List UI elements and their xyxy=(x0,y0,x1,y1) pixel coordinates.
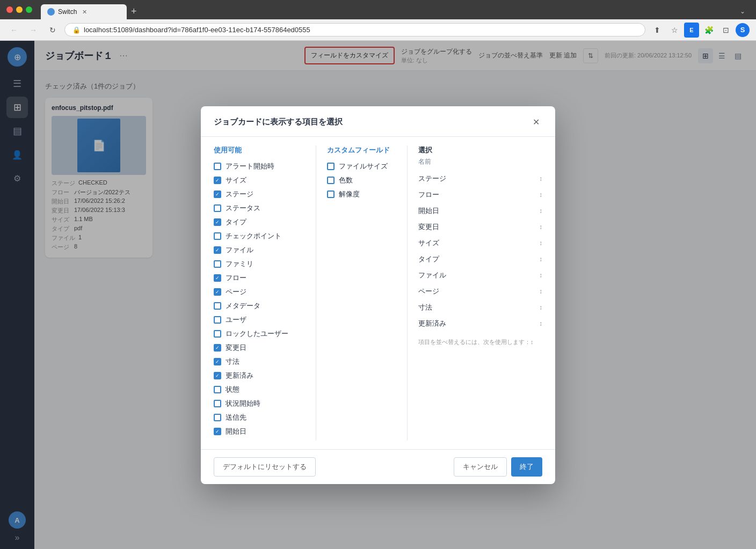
browser-actions: ⬆ ☆ E 🧩 ⊡ S xyxy=(650,23,750,38)
available-item[interactable]: アラート開始時 xyxy=(214,162,307,171)
checkbox[interactable]: ✓ xyxy=(214,288,221,296)
sort-icon[interactable]: ↕ xyxy=(539,175,542,182)
custom-item[interactable]: ファイルサイズ xyxy=(327,162,398,171)
sort-icon[interactable]: ↕ xyxy=(539,239,542,247)
checkbox[interactable] xyxy=(214,163,221,170)
reload-button[interactable]: ↻ xyxy=(45,23,60,38)
checkbox[interactable]: ✓ xyxy=(214,372,221,379)
checkbox[interactable]: ✓ xyxy=(214,177,221,184)
available-item[interactable]: ロックしたユーザー xyxy=(214,329,307,339)
available-item[interactable]: ✓タイプ xyxy=(214,217,307,227)
checkbox[interactable] xyxy=(327,163,335,170)
traffic-light-yellow[interactable] xyxy=(16,6,23,13)
available-item[interactable]: 状況開始時 xyxy=(214,399,307,408)
checkbox[interactable]: ✓ xyxy=(214,191,221,198)
back-button[interactable]: ← xyxy=(6,23,21,38)
browser-chrome: Switch ✕ + ⌄ xyxy=(0,0,756,19)
available-item[interactable]: ファミリ xyxy=(214,259,307,269)
traffic-light-red[interactable] xyxy=(6,6,13,13)
extension3-button[interactable]: ⊡ xyxy=(718,23,733,38)
bookmark-button[interactable]: ☆ xyxy=(667,23,682,38)
checkbox[interactable] xyxy=(214,414,221,421)
tab-close-icon[interactable]: ✕ xyxy=(82,9,87,16)
checkbox[interactable] xyxy=(214,330,221,338)
available-item[interactable]: ✓寸法 xyxy=(214,357,307,367)
reset-defaults-button[interactable]: デフォルトにリセットする xyxy=(214,457,316,477)
available-item[interactable]: ✓ステージ xyxy=(214,189,307,199)
available-item[interactable]: 送信先 xyxy=(214,413,307,422)
col2-header: カスタムフィールド xyxy=(327,145,398,155)
checkbox-label: ファイル xyxy=(226,245,253,255)
selection-label: ファイル xyxy=(418,270,446,280)
available-items-list: アラート開始時✓サイズ✓ステージステータス✓タイプチェックポイント✓ファイルファ… xyxy=(214,162,307,441)
checkbox-label: 開始日 xyxy=(226,427,246,436)
selected-item: ページ↕ xyxy=(418,286,542,297)
available-item[interactable]: メタデータ xyxy=(214,301,307,311)
checkbox[interactable] xyxy=(214,260,221,268)
available-item[interactable]: ✓フロー xyxy=(214,273,307,283)
address-bar: ← → ↻ 🔒 localhost:51089/dashboard?id=786… xyxy=(0,19,756,41)
finish-button[interactable]: 終了 xyxy=(511,457,542,477)
available-item[interactable]: ステータス xyxy=(214,203,307,213)
sort-icon[interactable]: ↕ xyxy=(539,223,542,231)
traffic-light-green[interactable] xyxy=(26,6,32,13)
available-item[interactable]: ✓ファイル xyxy=(214,245,307,255)
url-bar[interactable]: 🔒 localhost:51089/dashboard?id=786af1f0-… xyxy=(64,23,645,36)
modal-footer: デフォルトにリセットする キャンセル 終了 xyxy=(201,449,555,484)
available-item[interactable]: ✓サイズ xyxy=(214,175,307,185)
checkbox-label: ページ xyxy=(226,287,246,297)
custom-items-list: ファイルサイズ色数解像度 xyxy=(327,162,398,203)
sort-icon[interactable]: ↕ xyxy=(539,255,542,263)
checkbox[interactable]: ✓ xyxy=(214,246,221,254)
extension1-button[interactable]: E xyxy=(684,23,699,38)
col3-sub: 名前 xyxy=(418,157,542,166)
selected-items-list: ステージ↕フロー↕開始日↕変更日↕サイズ↕タイプ↕ファイル↕ページ↕寸法↕更新済… xyxy=(418,173,542,334)
sort-icon[interactable]: ↕ xyxy=(539,191,542,199)
checkbox[interactable]: ✓ xyxy=(214,358,221,365)
checkbox[interactable] xyxy=(327,191,335,198)
checkbox[interactable] xyxy=(214,204,221,212)
tab-title: Switch xyxy=(58,8,77,16)
checkbox-label: 状態 xyxy=(226,385,239,394)
available-item[interactable]: ✓変更日 xyxy=(214,343,307,353)
available-item[interactable]: ✓開始日 xyxy=(214,427,307,436)
available-item[interactable]: ユーザ xyxy=(214,315,307,325)
profile-button[interactable]: S xyxy=(736,23,750,37)
checkbox[interactable]: ✓ xyxy=(214,428,221,435)
modal-close-button[interactable]: ✕ xyxy=(529,116,542,129)
checkbox[interactable]: ✓ xyxy=(214,274,221,282)
checkbox[interactable] xyxy=(214,316,221,324)
share-button[interactable]: ⬆ xyxy=(650,23,665,38)
checkbox[interactable] xyxy=(327,177,335,184)
checkbox[interactable] xyxy=(214,400,221,407)
sort-icon[interactable]: ↕ xyxy=(539,272,542,279)
new-tab-button[interactable]: + xyxy=(131,6,137,19)
tab-dropdown-icon[interactable]: ⌄ xyxy=(736,3,750,19)
col1-header: 使用可能 xyxy=(214,145,307,155)
checkbox[interactable]: ✓ xyxy=(214,344,221,352)
checkbox[interactable] xyxy=(214,232,221,240)
sort-hint: 項目を並べ替えるには、次を使用します：↕ xyxy=(418,338,542,346)
available-item[interactable]: ✓ページ xyxy=(214,287,307,297)
custom-item[interactable]: 解像度 xyxy=(327,189,398,199)
custom-item[interactable]: 色数 xyxy=(327,175,398,185)
cancel-button[interactable]: キャンセル xyxy=(454,457,507,477)
forward-button[interactable]: → xyxy=(26,23,41,38)
checkbox[interactable]: ✓ xyxy=(214,218,221,226)
extension2-button[interactable]: 🧩 xyxy=(701,23,716,38)
sort-icon[interactable]: ↕ xyxy=(539,207,542,215)
sort-icon[interactable]: ↕ xyxy=(539,288,542,295)
modal-overlay[interactable]: ジョブカードに表示する項目を選択 ✕ 使用可能 アラート開始時✓サイズ✓ステージ… xyxy=(0,41,756,549)
checkbox-label: 状況開始時 xyxy=(226,399,260,408)
checkbox[interactable] xyxy=(214,386,221,393)
active-tab[interactable]: Switch ✕ xyxy=(41,4,127,19)
checkbox[interactable] xyxy=(214,302,221,310)
selection-label: 変更日 xyxy=(418,222,439,232)
available-item[interactable]: ✓更新済み xyxy=(214,371,307,380)
sort-icon[interactable]: ↕ xyxy=(539,304,542,311)
available-item[interactable]: 状態 xyxy=(214,385,307,394)
checkbox-label: フロー xyxy=(226,273,246,283)
tab-bar: Switch ✕ + ⌄ xyxy=(41,0,750,19)
available-item[interactable]: チェックポイント xyxy=(214,231,307,241)
sort-icon[interactable]: ↕ xyxy=(539,320,542,327)
